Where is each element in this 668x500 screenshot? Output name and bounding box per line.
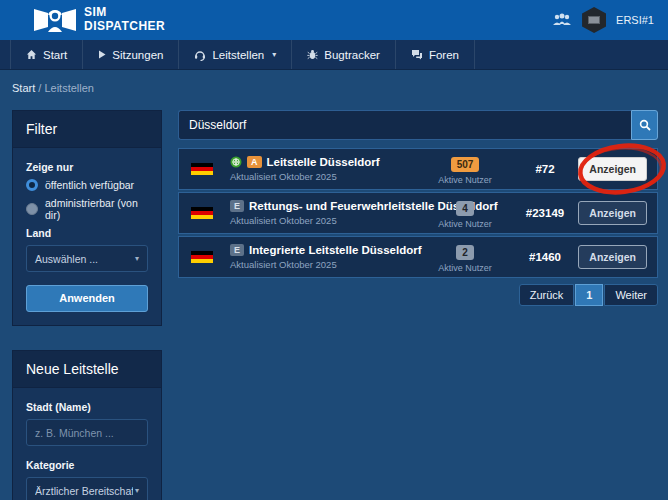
main-content: A Leitstelle Düsseldorf Aktualisiert Okt… — [178, 110, 658, 306]
active-users-label: Aktive Nutzer — [421, 175, 509, 185]
category-select-value: Ärztlicher Bereitschaftsdienst — [35, 485, 133, 497]
category-select[interactable]: Ärztlicher Bereitschaftsdienst ▾ — [26, 477, 148, 500]
nav-item-bugtracker[interactable]: Bugtracker — [291, 40, 395, 69]
apply-button[interactable]: Anwenden — [26, 285, 148, 312]
nav-item-start[interactable]: Start — [10, 40, 82, 69]
radio-unchecked-icon[interactable] — [26, 203, 38, 215]
radio-public-available[interactable]: öffentlich verfügbar — [26, 179, 148, 191]
radio-checked-icon[interactable] — [26, 179, 38, 191]
search-button[interactable] — [631, 110, 658, 140]
breadcrumb-start-link[interactable]: Start — [12, 82, 35, 94]
username-label[interactable]: ERSI#1 — [616, 14, 654, 26]
bug-icon — [307, 49, 318, 60]
radio-administrable[interactable]: administrierbar (von dir) — [26, 197, 148, 221]
new-leitstelle-panel: Neue Leitstelle Stadt (Name) Kategorie Ä… — [12, 350, 162, 500]
anzeigen-button[interactable]: Anzeigen — [578, 157, 647, 181]
active-users-badge: 2 — [456, 245, 474, 260]
category-label: Kategorie — [26, 459, 148, 471]
nav-item-leitstellen[interactable]: Leitstellen ▾ — [178, 40, 291, 69]
search-icon — [639, 119, 651, 131]
play-icon — [98, 50, 106, 59]
nav-label: Start — [43, 49, 67, 61]
search-input[interactable] — [178, 110, 631, 140]
breadcrumb-separator: / — [38, 82, 41, 94]
comments-icon — [411, 49, 423, 60]
country-label: Land — [26, 227, 148, 239]
active-users-badge: 4 — [456, 201, 474, 216]
result-row: A Leitstelle Düsseldorf Aktualisiert Okt… — [178, 148, 658, 190]
home-icon — [26, 49, 37, 60]
country-select[interactable]: Auswählen ... ▾ — [26, 245, 148, 272]
pagination-next-button[interactable]: Weiter — [604, 284, 658, 306]
anzeigen-button[interactable]: Anzeigen — [578, 201, 647, 225]
nav-label: Leitstellen — [212, 49, 264, 61]
app-header: SIM DISPATCHER ERSI#1 — [0, 0, 668, 40]
city-label: Stadt (Name) — [26, 401, 148, 413]
germany-flag-icon — [191, 163, 213, 176]
city-input[interactable] — [26, 419, 148, 446]
category-badge: A — [247, 156, 262, 169]
leitstelle-id: #1460 — [509, 251, 581, 263]
new-leitstelle-title: Neue Leitstelle — [13, 351, 161, 388]
app-logo[interactable]: SIM DISPATCHER — [34, 6, 165, 34]
result-row: E Integrierte Leitstelle Düsseldorf Aktu… — [178, 236, 658, 278]
germany-flag-icon — [191, 251, 213, 264]
radio-label: administrierbar (von dir) — [45, 197, 148, 221]
leitstelle-title: Leitstelle Düsseldorf — [267, 156, 380, 168]
show-only-label: Zeige nur — [26, 161, 148, 173]
nav-label: Foren — [429, 49, 459, 61]
category-badge: E — [230, 244, 244, 257]
main-nav: Start Sitzungen Leitstellen ▾ Bugtracker… — [0, 40, 668, 70]
country-select-value: Auswählen ... — [35, 253, 98, 265]
nav-label: Sitzungen — [112, 49, 163, 61]
chevron-down-icon: ▾ — [272, 50, 276, 59]
public-globe-icon — [230, 156, 242, 168]
nav-item-foren[interactable]: Foren — [395, 40, 475, 69]
active-users-label: Aktive Nutzer — [421, 219, 509, 229]
filter-panel-title: Filter — [13, 111, 161, 148]
leitstelle-id: #23149 — [509, 207, 581, 219]
pagination-page-1[interactable]: 1 — [575, 284, 603, 306]
nav-label: Bugtracker — [324, 49, 380, 61]
active-users-badge: 507 — [451, 157, 480, 172]
result-row: E Rettungs- und Feuerwehrleitstelle Düss… — [178, 192, 658, 234]
leitstelle-title: Integrierte Leitstelle Düsseldorf — [249, 244, 422, 256]
updated-label: Aktualisiert Oktober 2025 — [230, 215, 421, 226]
active-users-label: Aktive Nutzer — [421, 263, 509, 273]
headset-icon — [194, 49, 206, 61]
nav-item-sitzungen[interactable]: Sitzungen — [82, 40, 178, 69]
updated-label: Aktualisiert Oktober 2025 — [230, 259, 421, 270]
category-badge: E — [230, 200, 244, 213]
germany-flag-icon — [191, 207, 213, 220]
sidebar: Filter Zeige nur öffentlich verfügbar ad… — [12, 110, 162, 500]
updated-label: Aktualisiert Oktober 2025 — [230, 171, 421, 182]
chevron-down-icon: ▾ — [135, 486, 139, 495]
dispatcher-logo-icon — [34, 6, 76, 34]
breadcrumb: Start / Leitstellen — [12, 82, 658, 94]
app-title: SIM DISPATCHER — [84, 6, 165, 34]
anzeigen-button[interactable]: Anzeigen — [578, 245, 647, 269]
filter-panel: Filter Zeige nur öffentlich verfügbar ad… — [12, 110, 162, 326]
user-avatar[interactable] — [582, 7, 606, 33]
chevron-down-icon: ▾ — [135, 254, 139, 263]
leitstelle-id: #72 — [509, 163, 581, 175]
pagination: Zurück 1 Weiter — [178, 284, 658, 306]
radio-label: öffentlich verfügbar — [45, 179, 134, 191]
breadcrumb-current: Leitstellen — [44, 82, 94, 94]
pagination-prev-button[interactable]: Zurück — [519, 284, 575, 306]
users-group-icon[interactable] — [552, 13, 572, 27]
